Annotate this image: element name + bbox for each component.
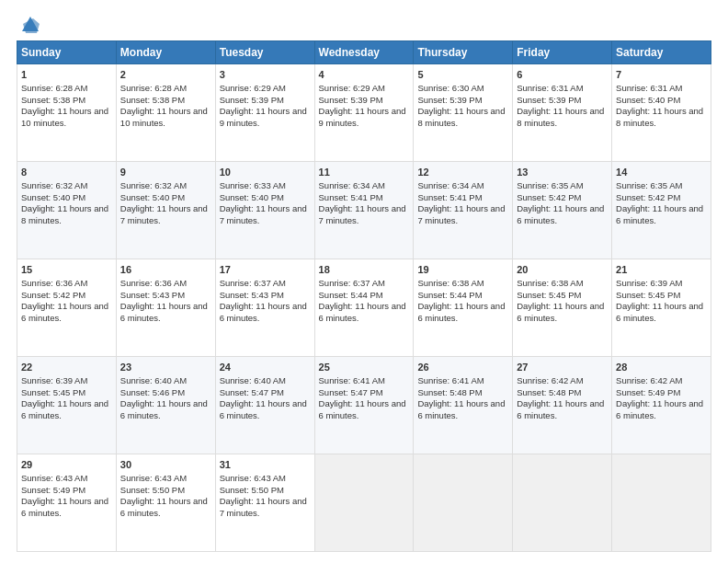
- sunset-label: Sunset: 5:40 PM: [21, 192, 85, 202]
- calendar-cell: 27Sunrise: 6:42 AMSunset: 5:48 PMDayligh…: [513, 357, 612, 454]
- header: [17, 15, 711, 31]
- daylight-label: Daylight: 11 hours and 9 minutes.: [319, 106, 406, 128]
- day-number: 24: [220, 361, 311, 374]
- sunset-label: Sunset: 5:47 PM: [319, 387, 383, 397]
- daylight-label: Daylight: 11 hours and 6 minutes.: [616, 203, 703, 225]
- daylight-label: Daylight: 11 hours and 7 minutes.: [319, 203, 406, 225]
- daylight-label: Daylight: 11 hours and 7 minutes.: [120, 203, 208, 225]
- sunrise-label: Sunrise: 6:34 AM: [319, 180, 385, 190]
- sunrise-label: Sunrise: 6:35 AM: [616, 180, 682, 190]
- day-number: 6: [517, 68, 608, 82]
- sunrise-label: Sunrise: 6:41 AM: [319, 375, 385, 385]
- daylight-label: Daylight: 11 hours and 6 minutes.: [517, 398, 604, 420]
- daylight-label: Daylight: 11 hours and 6 minutes.: [120, 398, 208, 420]
- calendar-cell: 6Sunrise: 6:31 AMSunset: 5:39 PMDaylight…: [513, 64, 612, 162]
- svg-marker-1: [23, 18, 40, 33]
- calendar-cell: 8Sunrise: 6:32 AMSunset: 5:40 PMDaylight…: [17, 162, 117, 259]
- calendar-cell: 30Sunrise: 6:43 AMSunset: 5:50 PMDayligh…: [116, 454, 215, 552]
- calendar-cell: 11Sunrise: 6:34 AMSunset: 5:41 PMDayligh…: [314, 162, 414, 259]
- day-number: 23: [120, 361, 211, 374]
- calendar-cell: 25Sunrise: 6:41 AMSunset: 5:47 PMDayligh…: [314, 357, 414, 454]
- sunrise-label: Sunrise: 6:39 AM: [616, 278, 682, 288]
- calendar-cell: [612, 454, 711, 552]
- sunrise-label: Sunrise: 6:40 AM: [220, 375, 286, 385]
- sunrise-label: Sunrise: 6:43 AM: [120, 473, 187, 483]
- sunset-label: Sunset: 5:41 PM: [319, 192, 383, 202]
- calendar-cell: [314, 454, 414, 552]
- sunset-label: Sunset: 5:40 PM: [220, 192, 284, 202]
- sunset-label: Sunset: 5:39 PM: [417, 95, 482, 105]
- daylight-label: Daylight: 11 hours and 6 minutes.: [21, 398, 108, 420]
- day-number: 25: [319, 361, 410, 374]
- sunset-label: Sunset: 5:40 PM: [120, 192, 185, 202]
- daylight-label: Daylight: 11 hours and 6 minutes.: [120, 496, 208, 518]
- calendar-cell: 15Sunrise: 6:36 AMSunset: 5:42 PMDayligh…: [17, 259, 117, 357]
- sunrise-label: Sunrise: 6:40 AM: [120, 375, 187, 385]
- day-number: 30: [120, 458, 211, 472]
- sunset-label: Sunset: 5:45 PM: [517, 290, 581, 300]
- day-number: 31: [220, 458, 311, 472]
- calendar-cell: 1Sunrise: 6:28 AMSunset: 5:38 PMDaylight…: [17, 64, 117, 162]
- sunset-label: Sunset: 5:44 PM: [319, 290, 383, 300]
- calendar-cell: 3Sunrise: 6:29 AMSunset: 5:39 PMDaylight…: [215, 64, 314, 162]
- sunset-label: Sunset: 5:41 PM: [417, 192, 482, 202]
- daylight-label: Daylight: 11 hours and 6 minutes.: [417, 398, 505, 420]
- sunset-label: Sunset: 5:45 PM: [616, 290, 680, 300]
- col-header-monday: Monday: [116, 41, 215, 64]
- day-number: 22: [21, 361, 112, 374]
- sunrise-label: Sunrise: 6:29 AM: [319, 83, 385, 93]
- day-number: 20: [517, 263, 608, 277]
- calendar-cell: 4Sunrise: 6:29 AMSunset: 5:39 PMDaylight…: [314, 64, 414, 162]
- calendar-cell: 29Sunrise: 6:43 AMSunset: 5:49 PMDayligh…: [17, 454, 117, 552]
- daylight-label: Daylight: 11 hours and 6 minutes.: [220, 301, 307, 323]
- sunset-label: Sunset: 5:48 PM: [517, 387, 581, 397]
- page: SundayMondayTuesdayWednesdayThursdayFrid…: [0, 0, 728, 563]
- sunrise-label: Sunrise: 6:37 AM: [220, 278, 286, 288]
- calendar-cell: 14Sunrise: 6:35 AMSunset: 5:42 PMDayligh…: [612, 162, 711, 259]
- sunrise-label: Sunrise: 6:32 AM: [21, 180, 87, 190]
- calendar-cell: 9Sunrise: 6:32 AMSunset: 5:40 PMDaylight…: [116, 162, 215, 259]
- sunrise-label: Sunrise: 6:39 AM: [21, 375, 87, 385]
- day-number: 16: [120, 263, 211, 277]
- calendar-cell: 17Sunrise: 6:37 AMSunset: 5:43 PMDayligh…: [215, 259, 314, 357]
- sunset-label: Sunset: 5:44 PM: [417, 290, 482, 300]
- daylight-label: Daylight: 11 hours and 8 minutes.: [616, 106, 703, 128]
- calendar-cell: 5Sunrise: 6:30 AMSunset: 5:39 PMDaylight…: [414, 64, 513, 162]
- daylight-label: Daylight: 11 hours and 6 minutes.: [417, 301, 505, 323]
- day-number: 15: [21, 263, 112, 277]
- calendar-cell: 12Sunrise: 6:34 AMSunset: 5:41 PMDayligh…: [414, 162, 513, 259]
- calendar: SundayMondayTuesdayWednesdayThursdayFrid…: [17, 40, 711, 552]
- sunrise-label: Sunrise: 6:41 AM: [417, 375, 483, 385]
- col-header-sunday: Sunday: [17, 41, 117, 64]
- day-number: 17: [220, 263, 311, 277]
- sunrise-label: Sunrise: 6:28 AM: [21, 83, 87, 93]
- day-number: 1: [21, 68, 112, 82]
- daylight-label: Daylight: 11 hours and 7 minutes.: [220, 203, 307, 225]
- sunset-label: Sunset: 5:42 PM: [21, 290, 85, 300]
- daylight-label: Daylight: 11 hours and 6 minutes.: [616, 301, 703, 323]
- day-number: 11: [319, 166, 410, 179]
- sunset-label: Sunset: 5:50 PM: [120, 485, 185, 495]
- daylight-label: Daylight: 11 hours and 10 minutes.: [120, 106, 208, 128]
- sunrise-label: Sunrise: 6:35 AM: [517, 180, 583, 190]
- day-number: 19: [417, 263, 508, 277]
- sunrise-label: Sunrise: 6:43 AM: [21, 473, 87, 483]
- day-number: 7: [616, 68, 707, 82]
- day-number: 14: [616, 166, 707, 179]
- calendar-cell: 23Sunrise: 6:40 AMSunset: 5:46 PMDayligh…: [116, 357, 215, 454]
- sunrise-label: Sunrise: 6:38 AM: [417, 278, 483, 288]
- daylight-label: Daylight: 11 hours and 6 minutes.: [21, 496, 108, 518]
- sunset-label: Sunset: 5:48 PM: [417, 387, 482, 397]
- sunrise-label: Sunrise: 6:37 AM: [319, 278, 385, 288]
- daylight-label: Daylight: 11 hours and 6 minutes.: [517, 203, 604, 225]
- col-header-wednesday: Wednesday: [314, 41, 414, 64]
- daylight-label: Daylight: 11 hours and 6 minutes.: [319, 301, 406, 323]
- day-number: 27: [517, 361, 608, 374]
- calendar-cell: 31Sunrise: 6:43 AMSunset: 5:50 PMDayligh…: [215, 454, 314, 552]
- daylight-label: Daylight: 11 hours and 6 minutes.: [517, 301, 604, 323]
- sunrise-label: Sunrise: 6:42 AM: [616, 375, 682, 385]
- sunset-label: Sunset: 5:39 PM: [319, 95, 383, 105]
- daylight-label: Daylight: 11 hours and 7 minutes.: [417, 203, 505, 225]
- calendar-cell: 26Sunrise: 6:41 AMSunset: 5:48 PMDayligh…: [414, 357, 513, 454]
- day-number: 10: [220, 166, 311, 179]
